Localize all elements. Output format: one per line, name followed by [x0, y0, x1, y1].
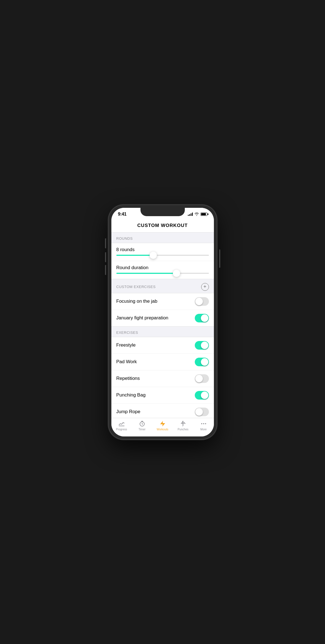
rounds-label: 8 rounds [116, 247, 209, 252]
list-item: Jump Rope [111, 404, 214, 418]
custom-exercise-2-label: January fight preparation [116, 315, 168, 321]
rounds-slider-fill [116, 255, 153, 256]
custom-exercises-section-header-row: CUSTOM EXERCISES + [111, 279, 214, 293]
list-item: Freestyle [111, 337, 214, 354]
list-item: Focusing on the jab [111, 293, 214, 310]
custom-exercise-1-toggle-thumb [195, 298, 203, 305]
exercise-freestyle-toggle[interactable] [195, 341, 209, 350]
rounds-slider-row: 8 rounds [111, 243, 214, 261]
signal-bars-icon [188, 213, 193, 216]
tab-more-label: More [200, 428, 207, 431]
exercise-padwork-label: Pad Work [116, 359, 137, 365]
exercise-jumprope-label: Jump Rope [116, 409, 140, 415]
list-item: January fight preparation [111, 310, 214, 326]
exercises-card: Freestyle Pad Work Repetitions [111, 337, 214, 418]
rounds-slider-track[interactable] [116, 255, 209, 256]
progress-icon [118, 420, 125, 427]
exercise-padwork-toggle[interactable] [195, 358, 209, 366]
tab-timer[interactable]: Timer [132, 420, 152, 431]
exercise-jumprope-toggle[interactable] [195, 408, 209, 416]
exercises-section-header: EXERCISES [111, 327, 214, 337]
page-header: CUSTOM WORKOUT [111, 218, 214, 233]
exercise-repetitions-toggle[interactable] [195, 374, 209, 383]
wifi-icon [195, 213, 199, 216]
tab-progress-label: Progress [116, 428, 127, 431]
svg-marker-2 [160, 421, 165, 426]
duration-slider-track[interactable] [116, 273, 209, 274]
tab-progress[interactable]: Progress [111, 420, 132, 431]
tab-timer-label: Timer [139, 428, 145, 431]
custom-exercise-1-toggle[interactable] [195, 297, 209, 306]
punches-icon [180, 420, 186, 427]
rounds-slider-thumb[interactable] [150, 252, 157, 259]
svg-point-4 [201, 423, 202, 424]
add-custom-exercise-button[interactable]: + [201, 283, 209, 291]
list-item: Pad Work [111, 354, 214, 370]
custom-exercise-1-label: Focusing on the jab [116, 299, 157, 304]
tab-more[interactable]: More [193, 420, 214, 431]
duration-slider-row: Round duration [111, 261, 214, 279]
duration-slider-thumb[interactable] [173, 270, 180, 277]
duration-slider-fill [116, 273, 176, 274]
svg-point-5 [203, 423, 204, 424]
tab-punches-label: Punches [178, 428, 188, 431]
svg-point-6 [205, 423, 206, 424]
battery-icon [201, 213, 207, 216]
custom-exercise-2-toggle-thumb [201, 314, 208, 322]
exercise-punchingbag-toggle[interactable] [195, 391, 209, 400]
page-title: CUSTOM WORKOUT [137, 223, 188, 228]
status-time: 9:41 [118, 212, 127, 217]
tab-workouts[interactable]: Workouts [152, 420, 173, 431]
scroll-content: CUSTOM WORKOUT ROUNDS 8 rounds Round dur… [111, 218, 214, 418]
list-item: Repetitions [111, 370, 214, 387]
rounds-card: 8 rounds Round duration [111, 243, 214, 279]
custom-exercises-section-header: CUSTOM EXERCISES [116, 285, 156, 289]
list-item: Punching Bag [111, 387, 214, 404]
exercise-punchingbag-label: Punching Bag [116, 392, 146, 398]
tab-workouts-label: Workouts [157, 428, 168, 431]
more-icon [200, 420, 207, 427]
tab-bar: Progress Timer Workouts [111, 418, 214, 436]
exercise-repetitions-label: Repetitions [116, 376, 140, 381]
status-icons [188, 213, 207, 216]
rounds-section-header: ROUNDS [111, 233, 214, 243]
tab-punches[interactable]: Punches [173, 420, 193, 431]
custom-exercise-2-toggle[interactable] [195, 314, 209, 322]
custom-exercises-card: Focusing on the jab January fight prepar… [111, 293, 214, 327]
exercise-freestyle-label: Freestyle [116, 342, 136, 348]
timer-icon [139, 420, 145, 427]
duration-label: Round duration [116, 265, 209, 271]
workouts-icon [159, 420, 166, 427]
